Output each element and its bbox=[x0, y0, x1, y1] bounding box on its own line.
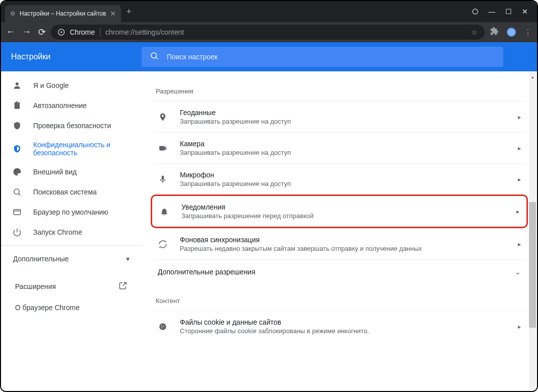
divider bbox=[100, 28, 100, 37]
row-title: Камера bbox=[180, 140, 506, 148]
window-titlebar: ⚙ Настройки – Настройки сайтов ✕ + — ☐ ✕ bbox=[1, 1, 537, 22]
svg-line-1 bbox=[156, 57, 157, 59]
chrome-icon bbox=[58, 29, 65, 36]
sidebar-item-search-engine[interactable]: Поисковая система bbox=[1, 182, 142, 202]
scrollbar-thumb[interactable] bbox=[529, 202, 536, 328]
row-title: Геоданные bbox=[180, 109, 506, 117]
url-scheme-label: Chrome bbox=[70, 28, 95, 36]
reload-button[interactable]: ⟳ bbox=[38, 27, 46, 38]
sidebar-item-safety-check[interactable]: Проверка безопасности bbox=[1, 116, 142, 136]
svg-point-8 bbox=[159, 323, 166, 330]
row-background-sync[interactable]: Фоновая синхронизация Разрешать недавно … bbox=[154, 228, 525, 259]
row-subtitle: Сторонние файлы cookie заблокированы в р… bbox=[180, 327, 506, 335]
browser-tab[interactable]: ⚙ Настройки – Настройки сайтов ✕ bbox=[5, 5, 121, 22]
permissions-section-label: Разрешения bbox=[156, 87, 525, 95]
address-bar[interactable]: Chrome chrome://settings/content ☆ bbox=[51, 25, 485, 40]
scroll-up-icon[interactable]: ▴ bbox=[529, 73, 536, 80]
sidebar-item-label: Проверка безопасности bbox=[33, 122, 111, 130]
sync-icon bbox=[158, 240, 168, 249]
shield-icon bbox=[12, 144, 22, 154]
chevron-right-icon: ▸ bbox=[518, 114, 521, 121]
row-notifications[interactable]: Уведомления Запрашивать разрешение перед… bbox=[151, 194, 528, 228]
tab-close-icon[interactable]: ✕ bbox=[110, 10, 116, 18]
additional-permissions-label: Дополнительные разрешения bbox=[158, 268, 255, 276]
sidebar-about-link[interactable]: О браузере Chrome bbox=[3, 298, 140, 318]
tab-title: Настройки – Настройки сайтов bbox=[20, 10, 106, 17]
row-cookies[interactable]: Файлы cookie и данные сайтов Сторонние ф… bbox=[154, 311, 525, 342]
bell-icon bbox=[159, 207, 169, 216]
extensions-icon[interactable] bbox=[490, 27, 499, 38]
chevron-down-icon: ▾ bbox=[126, 255, 130, 263]
palette-icon bbox=[12, 167, 22, 177]
row-subtitle: Запрашивать разрешение перед отправкой bbox=[181, 212, 504, 220]
svg-line-4 bbox=[19, 193, 20, 195]
shield-check-icon bbox=[12, 121, 22, 131]
bookmark-star-icon[interactable]: ☆ bbox=[471, 28, 478, 36]
row-microphone[interactable]: Микрофон Запрашивать разрешение на досту… bbox=[154, 163, 525, 194]
gear-icon: ⚙ bbox=[10, 10, 16, 17]
row-location[interactable]: Геоданные Запрашивать разрешение на дост… bbox=[154, 101, 525, 132]
sidebar-item-label: Автозаполнение bbox=[33, 102, 87, 110]
maximize-button[interactable]: ☐ bbox=[505, 8, 512, 16]
sidebar-item-label: Запуск Chrome bbox=[33, 228, 82, 236]
search-input[interactable] bbox=[167, 53, 495, 61]
browser-window-icon bbox=[12, 207, 22, 217]
settings-content: Разрешения Геоданные Запрашивать разреше… bbox=[142, 71, 537, 391]
row-title: Уведомления bbox=[181, 203, 504, 211]
settings-title: Настройки bbox=[11, 52, 142, 61]
external-link-icon bbox=[119, 281, 128, 291]
sidebar-item-label: Браузер по умолчанию bbox=[33, 208, 109, 216]
sidebar-item-default-browser[interactable]: Браузер по умолчанию bbox=[1, 202, 142, 222]
menu-dots-icon[interactable]: ⋮ bbox=[524, 28, 532, 37]
sidebar-item-on-startup[interactable]: Запуск Chrome bbox=[1, 222, 142, 242]
clipboard-icon bbox=[12, 101, 22, 111]
search-icon bbox=[150, 51, 159, 63]
minimize-button[interactable]: — bbox=[488, 8, 495, 16]
sidebar-item-label: Внешний вид bbox=[33, 168, 77, 176]
toolbar: ← → ⟳ Chrome chrome://settings/content ☆… bbox=[1, 22, 537, 42]
new-tab-button[interactable]: + bbox=[121, 3, 137, 21]
chevron-right-icon: ▸ bbox=[518, 323, 521, 330]
sidebar-item-label: Я и Google bbox=[33, 81, 69, 89]
sidebar-item-you-and-google[interactable]: Я и Google bbox=[1, 75, 142, 95]
svg-rect-5 bbox=[14, 210, 21, 215]
profile-avatar-icon[interactable] bbox=[507, 28, 516, 37]
back-button[interactable]: ← bbox=[6, 27, 15, 38]
row-camera[interactable]: Камера Запрашивать разрешение на доступ … bbox=[154, 132, 525, 163]
row-title: Микрофон bbox=[180, 171, 506, 179]
sidebar-extensions-link[interactable]: Расширения bbox=[3, 275, 140, 298]
sidebar-item-autofill[interactable]: Автозаполнение bbox=[1, 95, 142, 116]
sidebar-item-appearance[interactable]: Внешний вид bbox=[1, 162, 142, 182]
location-pin-icon bbox=[158, 113, 168, 122]
row-additional-permissions[interactable]: Дополнительные разрешения ⌄ bbox=[154, 259, 525, 284]
settings-search[interactable] bbox=[142, 47, 503, 67]
row-subtitle: Запрашивать разрешение на доступ bbox=[180, 118, 506, 125]
close-window-button[interactable]: ✕ bbox=[522, 8, 528, 16]
url-text: chrome://settings/content bbox=[105, 28, 184, 36]
row-subtitle: Разрешать недавно закрытым сайтам заверш… bbox=[180, 245, 506, 252]
row-subtitle: Запрашивать разрешение на доступ bbox=[180, 180, 506, 187]
svg-point-0 bbox=[151, 53, 157, 58]
content-section-label: Контент bbox=[156, 297, 525, 305]
chevron-right-icon: ▸ bbox=[518, 176, 521, 183]
window-controls: — ☐ ✕ bbox=[463, 1, 537, 22]
sidebar-item-privacy[interactable]: Конфиденциальность и безопасность bbox=[1, 136, 142, 162]
svg-point-9 bbox=[161, 325, 162, 326]
sidebar-advanced-toggle[interactable]: Дополнительные ▾ bbox=[1, 245, 142, 270]
sidebar-item-label: Конфиденциальность и безопасность bbox=[33, 141, 131, 157]
svg-point-3 bbox=[14, 189, 20, 194]
row-title: Файлы cookie и данные сайтов bbox=[180, 318, 506, 326]
settings-sidebar: Я и Google Автозаполнение Проверка безоп… bbox=[1, 71, 142, 391]
power-icon bbox=[12, 227, 22, 237]
row-title: Фоновая синхронизация bbox=[180, 236, 506, 244]
profile-indicator-icon[interactable] bbox=[472, 9, 478, 15]
settings-header: Настройки bbox=[1, 42, 537, 71]
search-icon bbox=[12, 187, 22, 197]
advanced-label: Дополнительные bbox=[13, 255, 69, 263]
cookie-icon bbox=[158, 322, 168, 331]
chevron-right-icon: ▸ bbox=[518, 145, 521, 152]
row-subtitle: Запрашивать разрешение на доступ bbox=[180, 149, 506, 156]
forward-button[interactable]: → bbox=[22, 27, 31, 38]
chevron-right-icon: ▸ bbox=[518, 241, 521, 248]
extensions-label: Расширения bbox=[15, 282, 56, 290]
